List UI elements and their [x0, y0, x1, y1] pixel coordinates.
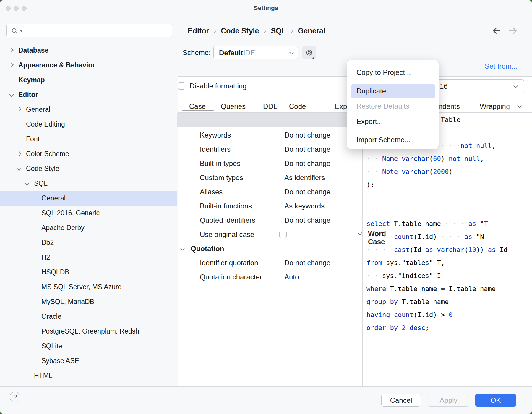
forward-arrow-icon[interactable] — [507, 25, 518, 36]
breadcrumb-item[interactable]: Code Style — [221, 27, 259, 35]
desktop: Settings DatabaseAppearance & BehaviorKe… — [0, 0, 532, 414]
option-label: Aliases — [200, 188, 223, 196]
sidebar-item-label: SQL — [34, 179, 48, 187]
back-arrow-icon[interactable] — [492, 25, 502, 36]
sidebar-item-sql[interactable]: SQL — [0, 176, 177, 191]
menu-separator — [352, 129, 434, 129]
option-value[interactable]: Do not change — [284, 216, 330, 224]
option-value[interactable]: Do not change — [284, 145, 330, 153]
scheme-value-suffix: IDE — [243, 49, 255, 57]
menu-item-import-scheme[interactable]: Import Scheme... — [356, 136, 411, 144]
option-label: Custom types — [200, 174, 243, 182]
code-line: group by T.table_name — [366, 295, 507, 308]
set-from-link[interactable]: Set from... — [485, 62, 518, 70]
sidebar-item-sqlite[interactable]: SQLite — [0, 339, 177, 353]
breadcrumb: Editor›Code Style›SQL›General — [188, 25, 325, 37]
code-line: order by 2 desc; — [366, 321, 507, 334]
sidebar-item-label: Appearance & Behavior — [18, 61, 95, 69]
breadcrumb-separator: › — [214, 27, 216, 35]
tab-queries[interactable]: Queries — [221, 101, 246, 112]
ok-button[interactable]: OK — [475, 394, 516, 407]
sidebar-item-db2[interactable]: Db2 — [0, 235, 177, 250]
breadcrumb-item[interactable]: General — [298, 27, 325, 35]
code-line: select T.table_name · · · as "T — [366, 217, 507, 230]
chevron-right-icon[interactable] — [17, 107, 22, 112]
sidebar-item-editor[interactable]: Editor — [0, 87, 177, 102]
sidebar-item-label: Font — [26, 135, 40, 143]
search-icon — [11, 27, 19, 35]
option-value[interactable]: As identifiers — [284, 174, 325, 182]
option-value[interactable]: Do not change — [284, 131, 330, 139]
chevron-down-icon[interactable] — [25, 181, 30, 186]
tab-indents[interactable]: Indents — [437, 101, 460, 112]
sidebar-item-code-editing[interactable]: Code Editing — [0, 117, 177, 132]
sidebar-item-label: Oracle — [41, 313, 61, 321]
code-line: · · Note varchar(2000) — [366, 165, 507, 178]
sidebar-item-label: Apache Derby — [41, 224, 85, 232]
sidebar-item-hsqldb[interactable]: HSQLDB — [0, 265, 177, 279]
sidebar-item-color-scheme[interactable]: Color Scheme — [0, 146, 177, 161]
search-box[interactable] — [6, 24, 172, 37]
scheme-gear-button[interactable] — [302, 46, 316, 59]
sidebar-item-general[interactable]: General — [0, 102, 177, 117]
sidebar-item-label: Color Scheme — [26, 150, 69, 158]
chevron-right-icon[interactable] — [9, 48, 14, 53]
sidebar-item-postgresql-greenplum-redshi[interactable]: PostgreSQL, Greenplum, Redshi — [0, 324, 177, 339]
tab-ddl[interactable]: DDL — [263, 101, 277, 112]
code-line: from sys."tables" T, — [366, 256, 507, 269]
sidebar-item-ms-sql-server-ms-azure[interactable]: MS SQL Server, MS Azure — [0, 279, 177, 294]
chevron-down-icon[interactable] — [9, 92, 14, 97]
disable-formatting-checkbox[interactable] — [178, 82, 185, 90]
option-checkbox[interactable] — [279, 231, 287, 238]
sidebar-item-apache-derby[interactable]: Apache Derby — [0, 220, 177, 235]
settings-sidebar: DatabaseAppearance & BehaviorKeymapEdito… — [0, 16, 177, 386]
option-value[interactable]: Do not change — [284, 188, 330, 196]
sidebar-item-font[interactable]: Font — [0, 132, 177, 146]
sidebar-item-label: Code Style — [26, 165, 59, 173]
sidebar-item-h2[interactable]: H2 — [0, 250, 177, 265]
option-value[interactable]: Do not change — [284, 159, 330, 168]
sidebar-item-sybase-ase[interactable]: Sybase ASE — [0, 353, 177, 368]
sidebar-item-label: Sybase ASE — [41, 357, 79, 365]
sidebar-item-sql-2016-generic[interactable]: SQL:2016, Generic — [0, 206, 177, 220]
sidebar-item-database[interactable]: Database — [0, 43, 177, 58]
menu-item-export[interactable]: Export... — [356, 117, 383, 126]
menu-item-duplicate[interactable]: Duplicate... — [356, 87, 392, 95]
option-value[interactable]: Auto — [284, 273, 299, 281]
sidebar-item-code-style[interactable]: Code Style — [0, 161, 177, 176]
window-title: Settings — [0, 0, 532, 16]
section-band: Word Case — [177, 113, 362, 127]
sidebar-item-mysql-mariadb[interactable]: MySQL, MariaDB — [0, 294, 177, 309]
sidebar-item-label: MS SQL Server, MS Azure — [41, 283, 121, 291]
help-button[interactable]: ? — [10, 392, 20, 402]
menu-item-copy-to-project[interactable]: Copy to Project... — [356, 68, 411, 77]
sidebar-item-label: PostgreSQL, Greenplum, Redshi — [41, 327, 141, 335]
apply-button[interactable]: Apply — [428, 394, 469, 407]
settings-window: Settings DatabaseAppearance & BehaviorKe… — [0, 0, 532, 414]
sidebar-item-html[interactable]: HTML — [0, 368, 177, 383]
tab-code[interactable]: Code — [289, 101, 306, 112]
sidebar-item-general[interactable]: General — [0, 191, 177, 206]
breadcrumb-item[interactable]: SQL — [271, 27, 286, 35]
sidebar-item-oracle[interactable]: Oracle — [0, 309, 177, 324]
sidebar-item-label: General — [26, 106, 50, 114]
option-value[interactable]: As keywords — [284, 202, 325, 210]
chevron-down-icon — [289, 50, 294, 55]
chevron-right-icon[interactable] — [9, 63, 14, 67]
sidebar-item-label: SQLite — [41, 342, 62, 350]
chevron-down-icon[interactable] — [17, 166, 22, 171]
disable-formatting-label: Disable formatting — [189, 82, 246, 90]
sidebar-item-label: Code Editing — [26, 120, 65, 128]
option-label: Quoted identifiers — [200, 216, 255, 224]
scheme-select[interactable]: Default IDE — [213, 46, 298, 59]
dialect-value: 16 — [440, 82, 448, 90]
scheme-value: Default — [219, 49, 243, 57]
sidebar-item-keymap[interactable]: Keymap — [0, 72, 177, 87]
search-input[interactable] — [28, 25, 168, 36]
chevron-right-icon[interactable] — [17, 151, 22, 156]
option-label: Keywords — [200, 131, 231, 139]
cancel-button[interactable]: Cancel — [381, 394, 421, 407]
breadcrumb-item[interactable]: Editor — [188, 27, 209, 35]
option-value[interactable]: Do not change — [284, 259, 330, 267]
sidebar-item-appearance-behavior[interactable]: Appearance & Behavior — [0, 58, 177, 72]
